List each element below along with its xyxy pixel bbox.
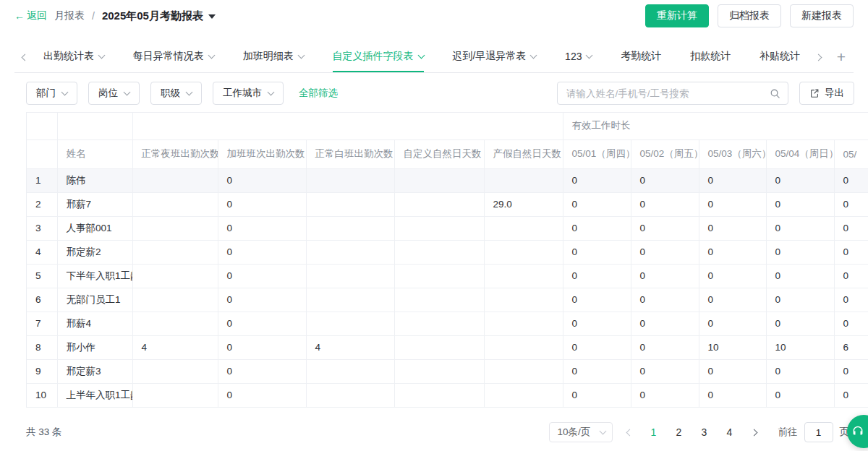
prev-page-button[interactable] xyxy=(619,430,638,435)
table-row[interactable]: 6 无部门员工1 0 0 00 00 xyxy=(27,288,868,312)
tab-late-early-exceptions[interactable]: 迟到/早退异常表 xyxy=(452,42,536,72)
col-custom-days: 自定义自然日天数 xyxy=(394,139,484,168)
col-maternity-days: 产假自然日天数 xyxy=(484,139,563,168)
chevron-down-icon xyxy=(208,51,215,59)
goto-page-input[interactable] xyxy=(804,422,833,442)
col-name: 姓名 xyxy=(57,139,132,168)
chevron-down-icon xyxy=(98,51,106,59)
col-overtime-shift: 加班班次出勤次数 xyxy=(218,139,306,168)
chevron-down-icon xyxy=(530,51,537,59)
cell-name: 邢定薪3 xyxy=(57,359,132,383)
row-index: 2 xyxy=(27,192,57,216)
table-row[interactable]: 5 下半年入职1工龄 0 0 00 00 xyxy=(27,264,868,288)
top-bar: ←返回 月报表 / 2025年05月考勤报表 重新计算 归档报表 新建报表 xyxy=(0,0,868,32)
cell-name: 邢薪4 xyxy=(57,312,132,335)
row-index: 6 xyxy=(27,288,57,312)
filter-work-city[interactable]: 工作城市 xyxy=(213,82,284,105)
caret-down-icon xyxy=(208,14,216,19)
archive-report-button[interactable]: 归档报表 xyxy=(718,4,781,27)
search-box xyxy=(557,82,788,105)
table-footer: 共 33 条 10条/页 1 2 3 4 前往 页 xyxy=(0,413,868,451)
filter-position[interactable]: 岗位 xyxy=(88,82,140,105)
tab-list: 出勤统计表 每日异常情况表 加班明细表 自定义插件字段表 迟到/早退异常表 12… xyxy=(33,42,810,72)
chevron-down-icon xyxy=(417,51,425,59)
cell-name: 邢定薪2 xyxy=(57,240,132,264)
topbar-actions: 重新计算 归档报表 新建报表 xyxy=(645,4,854,27)
tab-subsidy-statistics[interactable]: 补贴统计 xyxy=(760,42,800,72)
tab-daily-exceptions[interactable]: 每日异常情况表 xyxy=(133,42,214,72)
col-date-0503: 05/03（周六） xyxy=(699,139,766,168)
tab-attendance-summary[interactable]: 出勤统计表 xyxy=(43,42,104,72)
chevron-down-icon xyxy=(186,88,193,95)
headset-icon xyxy=(850,424,866,439)
page-number-2[interactable]: 2 xyxy=(670,426,689,438)
search-icon[interactable] xyxy=(770,88,780,99)
col-date-0505: 05/ xyxy=(834,139,868,168)
page-number-1[interactable]: 1 xyxy=(644,426,663,438)
col-index xyxy=(27,139,57,168)
row-index: 5 xyxy=(27,264,57,288)
table-row[interactable]: 7 邢薪4 0 0 00 00 xyxy=(27,312,868,335)
page-size-select[interactable]: 10条/页 xyxy=(549,422,613,442)
table-row[interactable]: 10 上半年入职1工龄 0 0 00 00 xyxy=(27,383,868,407)
add-tab-button[interactable]: + xyxy=(829,42,854,72)
chevron-down-icon xyxy=(61,88,69,95)
create-report-button[interactable]: 新建报表 xyxy=(790,4,854,27)
page-number-3[interactable]: 3 xyxy=(695,426,714,438)
back-button[interactable]: ←返回 xyxy=(14,9,47,22)
tab-overtime-detail[interactable]: 加班明细表 xyxy=(243,42,304,72)
col-day-shift: 正常白班出勤次数 xyxy=(306,139,394,168)
report-title-dropdown[interactable]: 2025年05月考勤报表 xyxy=(102,9,216,23)
filter-bar: 部门 岗位 职级 工作城市 全部筛选 导出 xyxy=(26,82,854,105)
tab-deduction-statistics[interactable]: 扣款统计 xyxy=(690,42,731,72)
cell-name: 陈伟 xyxy=(57,168,132,192)
back-arrow-icon: ← xyxy=(14,10,25,22)
col-night-shift: 正常夜班出勤次数 xyxy=(132,139,218,168)
table-row[interactable]: 4 邢定薪2 0 0 00 00 xyxy=(27,240,868,264)
back-label: 返回 xyxy=(27,9,47,22)
tab-custom-plugin-fields[interactable]: 自定义插件字段表 xyxy=(333,42,424,72)
row-index: 7 xyxy=(27,312,57,335)
row-index: 1 xyxy=(27,168,57,192)
table-row[interactable]: 9 邢定薪3 0 0 00 00 xyxy=(27,359,868,383)
chevron-down-icon xyxy=(268,88,275,95)
col-date-0504: 05/04（周日） xyxy=(766,139,834,168)
table-row[interactable]: 3 人事部001 0 0 00 00 xyxy=(27,216,868,240)
chevron-down-icon xyxy=(599,427,606,434)
cell-name: 上半年入职1工龄 xyxy=(57,383,132,407)
col-date-0501: 05/01（周四） xyxy=(563,139,631,168)
tabs-scroll-right-icon[interactable] xyxy=(810,42,829,72)
filter-rank[interactable]: 职级 xyxy=(150,82,202,105)
row-index: 9 xyxy=(27,359,57,383)
table-group-header-row: 有效工作时长 xyxy=(27,113,868,139)
table-row[interactable]: 8 邢小作 40 4 0 010 106 xyxy=(27,335,868,359)
cell-name: 人事部001 xyxy=(57,216,132,240)
chevron-down-icon xyxy=(586,51,593,59)
export-button[interactable]: 导出 xyxy=(799,82,854,105)
breadcrumb: ←返回 月报表 / 2025年05月考勤报表 xyxy=(14,9,216,23)
total-count: 共 33 条 xyxy=(26,426,62,439)
page-title: 2025年05月考勤报表 xyxy=(102,9,203,23)
goto-label: 前往 xyxy=(778,426,798,439)
next-page-button[interactable] xyxy=(746,430,765,435)
breadcrumb-parent[interactable]: 月报表 xyxy=(54,9,85,22)
export-icon xyxy=(809,88,820,98)
chevron-down-icon xyxy=(297,51,305,59)
tabs-scroll-left-icon[interactable] xyxy=(14,42,33,72)
row-index: 10 xyxy=(27,383,57,407)
all-filters-link[interactable]: 全部筛选 xyxy=(299,87,338,100)
page-number-4[interactable]: 4 xyxy=(720,426,739,438)
table-row[interactable]: 1 陈伟 0 0 00 00 xyxy=(27,168,868,192)
tab-attendance-statistics[interactable]: 考勤统计 xyxy=(621,42,661,72)
report-table: 有效工作时长 姓名 正常夜班出勤次数 加班班次出勤次数 正常白班出勤次数 自定义… xyxy=(26,112,868,408)
recalculate-button[interactable]: 重新计算 xyxy=(645,4,709,27)
table-row[interactable]: 2 邢薪7 0 29.00 00 00 xyxy=(27,192,868,216)
cell-name: 下半年入职1工龄 xyxy=(57,264,132,288)
cell-name: 邢小作 xyxy=(57,335,132,359)
chevron-down-icon xyxy=(124,88,131,95)
search-input[interactable] xyxy=(566,88,770,99)
tab-123[interactable]: 123 xyxy=(565,42,592,72)
filter-department[interactable]: 部门 xyxy=(26,82,77,105)
breadcrumb-separator: / xyxy=(92,10,95,22)
col-date-0502: 05/02（周五） xyxy=(631,139,699,168)
